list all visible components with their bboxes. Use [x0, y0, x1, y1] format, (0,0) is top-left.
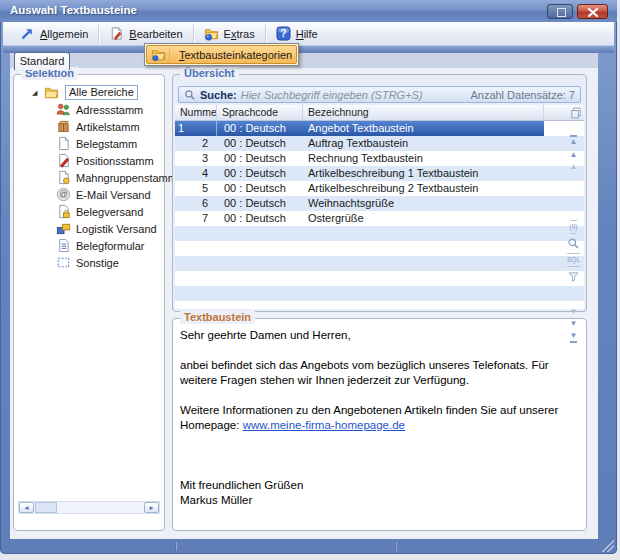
tree-item-mahngruppenstamm[interactable]: Mahngruppenstamm [14, 169, 162, 186]
cell-nummer: 6 [175, 196, 217, 211]
signature-line: Markus Müller [180, 493, 578, 508]
uebersicht-group-title: Übersicht [180, 67, 239, 80]
tree-item-label: Alle Bereiche [65, 85, 138, 100]
tree-item-positionsstamm[interactable]: Positionsstamm [14, 152, 162, 169]
statusbar-divider [175, 542, 176, 551]
menu-bearbeiten[interactable]: Bearbeiten [100, 23, 191, 45]
menu-hilfe[interactable]: ? Hilfe [267, 23, 327, 45]
toolbar-separator [98, 25, 99, 43]
menu-allgemein[interactable]: Allgemein [11, 23, 97, 45]
tree-item-logistik-versand[interactable]: Logistik Versand [14, 220, 162, 237]
dashed-selection-icon [56, 255, 71, 270]
record-count: Anzahl Datensätze: 7 [470, 89, 575, 101]
at-sign-icon: @ [56, 187, 71, 202]
selektion-groupbox: Selektion ◢ Alle Bereiche Adressstamm [13, 74, 165, 531]
cell-bezeichnung: Artikelbeschreibung 1 Textbaustein [303, 166, 544, 181]
statusbar-divider [395, 542, 396, 551]
maximize-button[interactable] [547, 4, 573, 19]
cell-nummer: 1 [175, 121, 217, 136]
search-placeholder: Hier Suchbegriff eingeben (STRG+S) [241, 89, 467, 101]
tree-item-label: Logistik Versand [76, 223, 157, 235]
cell-sprachcode: 00 : Deutsch [217, 211, 303, 226]
folder-category-icon [147, 47, 170, 62]
cell-bezeichnung: Auftrag Textbaustein [303, 136, 544, 151]
tree-horizontal-scrollbar[interactable]: ◄ ► [18, 501, 160, 514]
cell-bezeichnung: Ostergrüße [303, 211, 544, 226]
homepage-link[interactable]: www.meine-firma-homepage.de [243, 419, 405, 431]
grid-row[interactable]: 2 00 : Deutsch Auftrag Textbaustein [175, 136, 584, 151]
grid-row[interactable]: 3 00 : Deutsch Rechnung Textbaustein [175, 151, 584, 166]
textbaustein-content[interactable]: Sehr geehrte Damen und Herren, anbei bef… [180, 328, 578, 524]
tree-item-sonstige[interactable]: Sonstige [14, 254, 162, 271]
app-window: Auswahl Textbausteine Allgemein Bea [0, 0, 617, 554]
uebersicht-groupbox: Übersicht Suche: Hier Suchbegriff eingeb… [172, 74, 587, 312]
cell-sprachcode: 00 : Deutsch [217, 166, 303, 181]
arrow-up-right-icon [20, 26, 35, 41]
scroll-right-button[interactable]: ► [144, 502, 159, 513]
scroll-left-button[interactable]: ◄ [19, 502, 34, 513]
titlebar: Auswahl Textbausteine [0, 0, 617, 22]
logistics-boxes-icon [56, 221, 71, 236]
tree-item-belegversand[interactable]: Belegversand [14, 203, 162, 220]
grid-row[interactable]: 4 00 : Deutsch Artikelbeschreibung 1 Tex… [175, 166, 584, 181]
grid-empty-row [175, 226, 584, 241]
sql-filter-icon[interactable]: SQL [567, 253, 580, 267]
cell-bezeichnung: Rechnung Textbaustein [303, 151, 544, 166]
cell-sprachcode: 00 : Deutsch [217, 196, 303, 211]
tree-expander-icon[interactable]: ◢ [32, 89, 42, 97]
body-paragraph: Weitere Informationen zu den Angebotenen… [180, 403, 578, 433]
filter-funnel-icon[interactable] [567, 270, 580, 283]
tree-item-label: E-Mail Versand [76, 189, 151, 201]
tree-item-adressstamm[interactable]: Adressstamm [14, 101, 162, 118]
menu-item-textbausteinkategorien[interactable]: Textbausteinkategorien [146, 45, 297, 64]
edit-pencil-icon [56, 153, 71, 168]
band-view-icon[interactable]: (II) [570, 220, 578, 234]
grid-row[interactable]: 6 00 : Deutsch Weihnachtsgrüße [175, 196, 584, 211]
grid-row[interactable]: 1 00 : Deutsch Angebot Textbaustein [175, 121, 584, 136]
tree-item-label: Adressstamm [76, 104, 143, 116]
cell-nummer: 4 [175, 166, 217, 181]
tree-item-email-versand[interactable]: @ E-Mail Versand [14, 186, 162, 203]
scrollbar-thumb[interactable] [35, 502, 57, 513]
find-icon[interactable] [567, 237, 580, 250]
tab-strip [10, 53, 598, 68]
cell-nummer: 3 [175, 151, 217, 166]
toolbar-bottom-band [3, 46, 614, 53]
tab-label: Standard [20, 55, 65, 67]
resize-grip-icon[interactable] [602, 540, 614, 552]
cell-sprachcode: 00 : Deutsch [217, 151, 303, 166]
column-header-sprachcode[interactable]: Sprachcode [217, 105, 303, 120]
tab-standard[interactable]: Standard [14, 52, 70, 70]
move-down-icon[interactable]: ▼ [570, 319, 578, 329]
help-icon: ? [276, 26, 291, 41]
search-input[interactable]: Suche: Hier Suchbegriff eingeben (STRG+S… [178, 86, 581, 103]
greeting-line: Sehr geehrte Damen und Herren, [180, 328, 578, 343]
closing-line: Mit freundlichen Grüßen [180, 478, 578, 493]
open-folder-icon [44, 85, 59, 100]
column-header-nummer[interactable]: Nummer [175, 105, 217, 120]
tree-item-belegformular[interactable]: Belegformular [14, 237, 162, 254]
tree-item-artikelstamm[interactable]: Artikelstamm [14, 118, 162, 135]
goto-last-row-icon[interactable]: ▼ [570, 331, 578, 343]
maximize-icon [557, 8, 566, 17]
tree-item-belegstamm[interactable]: Belegstamm [14, 135, 162, 152]
menu-extras[interactable]: Extras [195, 23, 264, 45]
goto-first-row-icon[interactable]: ▲ [570, 135, 578, 147]
tree-item-alle-bereiche[interactable]: ◢ Alle Bereiche [14, 84, 162, 101]
package-icon [56, 119, 71, 134]
cell-sprachcode: 00 : Deutsch [217, 181, 303, 196]
grid-row[interactable]: 5 00 : Deutsch Artikelbeschreibung 2 Tex… [175, 181, 584, 196]
previous-page-icon[interactable]: ▲ [570, 162, 578, 172]
grid-row[interactable]: 7 00 : Deutsch Ostergrüße [175, 211, 584, 226]
next-page-icon[interactable]: ▼ [570, 307, 578, 317]
tree-item-label: Sonstige [76, 257, 119, 269]
cell-bezeichnung: Weihnachtsgrüße [303, 196, 544, 211]
search-label: Suche: [200, 89, 237, 101]
column-header-bezeichnung[interactable]: Bezeichnung [303, 105, 544, 120]
move-up-icon[interactable]: ▲ [570, 150, 578, 160]
close-button[interactable] [577, 4, 608, 19]
tree-item-label: Belegversand [76, 206, 143, 218]
menu-label: Hilfe [296, 28, 318, 40]
cell-sprachcode: 00 : Deutsch [217, 121, 303, 136]
tree-item-label: Belegformular [76, 240, 144, 252]
